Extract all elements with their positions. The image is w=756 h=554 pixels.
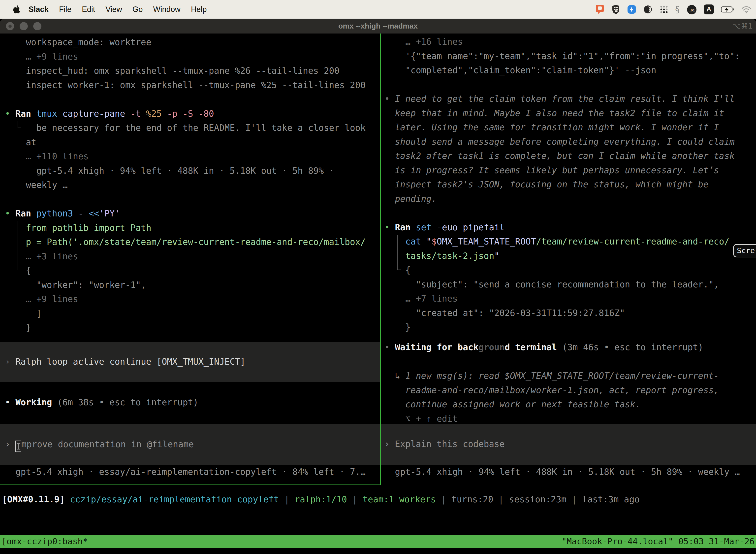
wifi-icon[interactable] — [741, 5, 752, 13]
tmux-host-clock-label: "MacBook-Pro-44.local" 05:03 31-Mar-26 — [562, 536, 755, 546]
terminal-line: inspect_worker-1: omx sparkshell --tmux-… — [5, 78, 380, 93]
screen-overlay-badge: Scre — [733, 244, 756, 258]
tmux-status-bar: [omx-cczip0:bash* "MacBook-Pro-44.local"… — [0, 535, 756, 548]
terminal-line: • I need to get the claim token from the… — [384, 92, 756, 106]
terminal-line: task2 after task1 is complete, but can I… — [384, 149, 756, 163]
terminal-line: workspace_mode: worktree — [5, 35, 380, 50]
dots-grid-icon[interactable] — [660, 5, 668, 14]
window-shortcut-badge: ⌥⌘1 — [733, 19, 753, 34]
prompt-line: ›Improve documentation in @filename — [5, 437, 194, 452]
command-output-connector — [397, 270, 401, 270]
omx-status-line: [OMX#0.11.9] cczip/essay/ai-reimplementa… — [2, 492, 640, 507]
terminal-line: gpt-5.4 xhigh · 94% left · 488K in · 5.1… — [384, 465, 756, 479]
prompt-caret: › — [5, 437, 15, 452]
menu-item-edit[interactable]: Edit — [82, 5, 95, 14]
terminal-line: … +16 lines — [384, 35, 756, 49]
menu-items: SlackFileEditViewGoWindowHelp — [23, 5, 212, 14]
pane-right[interactable]: … +16 lines '{"team_name":"my-team","tas… — [381, 34, 756, 485]
menu-item-window[interactable]: Window — [153, 5, 180, 14]
terminal-line: ] — [5, 307, 380, 321]
terminal-line — [384, 355, 756, 369]
terminal-line: "subject": "send a concise recommendatio… — [384, 277, 756, 292]
text-cursor: I — [15, 441, 21, 452]
terminal-line: "worker": "worker-1", — [5, 278, 380, 292]
working-status-line: • Working (6m 38s • esc to interrupt) — [0, 395, 380, 410]
terminal-line: continue assigned work or next feasible … — [384, 397, 756, 412]
prompt-caret: › — [384, 437, 395, 451]
terminal-line: { — [5, 264, 380, 278]
left-pane-output: workspace_mode: worktree … +9 lines insp… — [0, 34, 380, 335]
right-model-status-line: gpt-5.4 xhigh · 94% left · 488K in · 5.1… — [381, 465, 756, 479]
terminal-line: • Ran set -euo pipefail — [384, 220, 756, 235]
command-output-connector — [397, 235, 397, 270]
menu-item-help[interactable]: Help — [191, 5, 207, 14]
menu-bar: SlackFileEditViewGoWindowHelp § ..61 A — [0, 0, 756, 19]
prompt-input-right[interactable]: ›Explain this codebase — [381, 424, 756, 465]
menu-item-file[interactable]: File — [59, 5, 71, 14]
shield-grid-icon[interactable] — [612, 4, 620, 15]
terminal-window: omx --xhigh --madmax ⌥⌘1 workspace_mode:… — [0, 19, 756, 554]
terminal-line: p = Path('.omx/state/team/review-current… — [5, 235, 380, 250]
terminal-line: } — [5, 321, 380, 335]
command-output-connector — [18, 270, 21, 270]
menu-item-go[interactable]: Go — [132, 5, 143, 14]
terminal-line: gpt-5.4 xhigh · 94% left · 488K in · 5.1… — [5, 164, 380, 178]
window-titlebar[interactable]: omx --xhigh --madmax ⌥⌘1 — [0, 19, 756, 34]
terminal-line: › Ralph loop active continue [OMX_TMUX_I… — [5, 355, 245, 369]
pane-bottom-border-right — [381, 485, 756, 485]
terminal-line — [5, 192, 380, 207]
terminal-line — [384, 206, 756, 220]
terminal-line: … +3 lines — [5, 250, 380, 264]
terminal-line: "created_at": "2026-03-31T11:59:27.816Z" — [384, 306, 756, 321]
terminal-line — [5, 92, 380, 107]
ralph-loop-notice-text: › Ralph loop active continue [OMX_TMUX_I… — [5, 355, 245, 369]
menu-item-view[interactable]: View — [106, 5, 122, 14]
prompt-placeholder: mprove documentation in @filename — [21, 439, 194, 449]
terminal-line: should send a message before completing … — [384, 135, 756, 149]
terminal-line: is in progress? It seems likely but perh… — [384, 163, 756, 178]
apple-icon — [13, 5, 20, 14]
right-pane-output: … +16 lines '{"team_name":"my-team","tas… — [381, 34, 756, 335]
terminal-line: pending. — [384, 192, 756, 206]
menu-bar-left: SlackFileEditViewGoWindowHelp — [0, 5, 212, 14]
contrast-crescent-icon[interactable] — [643, 4, 653, 14]
terminal-line: readme-and-reco/mailbox/worker-1.json, a… — [384, 383, 756, 398]
terminal-line: inspect_hud: omx sparkshell --tmux-pane … — [5, 64, 380, 78]
terminal-line: … +7 lines — [384, 292, 756, 306]
terminal-line: "completed","claim_token":"claim-token"}… — [384, 63, 756, 78]
badge-61-icon[interactable]: ..61 — [687, 4, 697, 15]
terminal-line: cat "$OMX_TEAM_STATE_ROOT/team/review-cu… — [384, 234, 756, 249]
letter-a-icon[interactable]: A — [704, 4, 714, 14]
waiting-status-block: • Waiting for background terminal (3m 46… — [381, 340, 756, 426]
terminal-line: keep that in mind. Maybe I also need the… — [384, 106, 756, 121]
terminal-line: • Ran python3 - <<'PY' — [5, 207, 380, 221]
apple-menu[interactable] — [12, 5, 21, 14]
prompt-placeholder: Explain this codebase — [395, 439, 505, 449]
terminal-line: inspect task2's JSON, focusing on the st… — [384, 177, 756, 192]
prompt-line: ›Explain this codebase — [384, 437, 505, 451]
terminal-line: { — [384, 263, 756, 277]
command-output-connector — [18, 121, 18, 128]
left-model-status-line: gpt-5.4 xhigh · essay/ai-reimplementatio… — [0, 465, 380, 479]
terminal-content: workspace_mode: worktree … +9 lines insp… — [0, 34, 756, 535]
terminal-line: be necessary for the end of the README. … — [5, 121, 380, 135]
terminal-line: … +9 lines — [5, 292, 380, 307]
terminal-line: • Ran tmux capture-pane -t %25 -p -S -80 — [5, 107, 380, 121]
svg-text:..61: ..61 — [689, 8, 695, 12]
pane-left[interactable]: workspace_mode: worktree … +9 lines insp… — [0, 34, 380, 485]
ralph-loop-notice: › Ralph loop active continue [OMX_TMUX_I… — [0, 342, 380, 382]
squiggle-icon[interactable]: § — [675, 4, 680, 14]
command-output-connector — [18, 221, 18, 270]
terminal-line: from pathlib import Path — [5, 221, 380, 235]
prompt-input-left[interactable]: ›Improve documentation in @filename — [0, 424, 380, 465]
screenshot-chat-icon[interactable] — [595, 4, 605, 15]
terminal-line: tasks/task-2.json" — [384, 249, 756, 263]
battery-charging-icon[interactable] — [721, 6, 734, 13]
terminal-line: [OMX#0.11.9] cczip/essay/ai-reimplementa… — [2, 492, 640, 507]
terminal-line: later. Using the same for transition mig… — [384, 120, 756, 135]
tmux-session-label: [omx-cczip0:bash* — [1, 536, 88, 546]
blue-bolt-icon[interactable] — [627, 5, 636, 14]
menu-item-slack[interactable]: Slack — [28, 5, 49, 14]
menu-status-icons: § ..61 A — [595, 4, 756, 15]
terminal-line: at — [5, 135, 380, 150]
